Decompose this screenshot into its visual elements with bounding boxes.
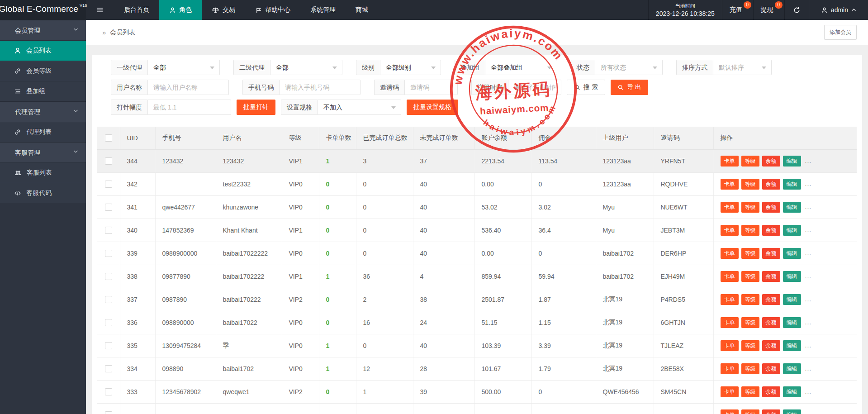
card-order-button[interactable]: 卡单 — [721, 363, 739, 374]
level-button[interactable]: 等级 — [741, 202, 759, 213]
balance-button[interactable]: 余额 — [762, 363, 780, 374]
more-actions[interactable]: ... — [805, 180, 812, 187]
withdraw-button[interactable]: 提现 0 — [753, 0, 784, 20]
edit-button[interactable]: 编辑 — [783, 156, 801, 167]
edit-button[interactable]: 编辑 — [783, 317, 801, 328]
top-menu-system[interactable]: 系统管理 — [300, 0, 346, 20]
card-order-button[interactable]: 卡单 — [721, 271, 739, 282]
edit-button[interactable]: 编辑 — [783, 271, 801, 282]
level-button[interactable]: 等级 — [741, 386, 759, 397]
more-actions[interactable]: ... — [805, 319, 812, 326]
status-select[interactable]: 所有状态 — [595, 60, 663, 75]
sidebar-item-stack-group[interactable]: 叠加组 — [0, 81, 86, 101]
more-actions[interactable]: ... — [805, 203, 812, 210]
sidebar-item-member-list[interactable]: 会员列表 — [0, 40, 86, 61]
recharge-button[interactable]: 充值 0 — [722, 0, 753, 20]
card-order-button[interactable]: 卡单 — [721, 225, 739, 236]
edit-button[interactable]: 编辑 — [783, 248, 801, 259]
edit-button[interactable]: 编辑 — [783, 225, 801, 236]
card-order-button[interactable]: 卡单 — [721, 386, 739, 397]
card-order-button[interactable]: 卡单 — [721, 317, 739, 328]
batch-inject-button[interactable]: 批量打针 — [237, 100, 275, 115]
edit-button[interactable]: 编辑 — [783, 202, 801, 213]
search-button[interactable]: 搜 索 — [567, 80, 605, 95]
balance-button[interactable]: 余额 — [762, 409, 780, 414]
balance-button[interactable]: 余额 — [762, 340, 780, 351]
card-order-button[interactable]: 卡单 — [721, 202, 739, 213]
sidebar-item-member-level[interactable]: 会员等级 — [0, 61, 86, 81]
menu-toggle-icon[interactable] — [86, 0, 114, 20]
edit-button[interactable]: 编辑 — [783, 363, 801, 374]
top-menu-mall[interactable]: 商城 — [346, 0, 378, 20]
more-actions[interactable]: ... — [805, 226, 812, 233]
agent-level2-select[interactable]: 全部 — [270, 60, 342, 75]
top-menu-dashboard[interactable]: 后台首页 — [114, 0, 159, 20]
more-actions[interactable]: ... — [805, 272, 812, 280]
sidebar-group-member[interactable]: 会员管理 — [0, 20, 86, 40]
inject-amplitude-input[interactable] — [147, 100, 231, 115]
row-checkbox[interactable] — [105, 388, 112, 395]
row-checkbox[interactable] — [105, 411, 112, 414]
top-menu-trade[interactable]: 交易 — [202, 0, 245, 20]
level-button[interactable]: 等级 — [741, 363, 759, 374]
balance-button[interactable]: 余额 — [762, 248, 780, 259]
card-order-button[interactable]: 卡单 — [721, 156, 739, 167]
balance-button[interactable]: 余额 — [762, 179, 780, 190]
more-actions[interactable]: ... — [805, 342, 812, 349]
balance-button[interactable]: 余额 — [762, 156, 780, 167]
level-button[interactable]: 等级 — [741, 179, 759, 190]
edit-button[interactable]: 编辑 — [783, 340, 801, 351]
edit-button[interactable]: 编辑 — [783, 409, 801, 414]
edit-button[interactable]: 编辑 — [783, 179, 801, 190]
level-button[interactable]: 等级 — [741, 248, 759, 259]
balance-button[interactable]: 余额 — [762, 202, 780, 213]
sidebar-item-service-code[interactable]: 客服代码 — [0, 183, 86, 203]
edit-button[interactable]: 编辑 — [783, 386, 801, 397]
balance-button[interactable]: 余额 — [762, 225, 780, 236]
balance-button[interactable]: 余额 — [762, 294, 780, 305]
row-checkbox[interactable] — [105, 157, 112, 165]
card-order-button[interactable]: 卡单 — [721, 248, 739, 259]
spec-select[interactable]: 不加入 — [318, 100, 401, 115]
level-button[interactable]: 等级 — [741, 409, 759, 414]
sidebar-item-agent-list[interactable]: 代理列表 — [0, 122, 86, 142]
sidebar-group-agent[interactable]: 代理管理 — [0, 101, 86, 122]
more-actions[interactable]: ... — [805, 388, 812, 395]
more-actions[interactable]: ... — [805, 411, 812, 414]
sidebar-item-service-list[interactable]: 客服列表 — [0, 162, 86, 183]
row-checkbox[interactable] — [105, 342, 112, 349]
sort-select[interactable]: 默认排序 — [713, 60, 772, 75]
row-checkbox[interactable] — [105, 250, 112, 257]
balance-button[interactable]: 余额 — [762, 271, 780, 282]
phone-input[interactable] — [279, 80, 360, 95]
balance-button[interactable]: 余额 — [762, 317, 780, 328]
more-actions[interactable]: ... — [805, 249, 812, 257]
level-button[interactable]: 等级 — [741, 294, 759, 305]
more-actions[interactable]: ... — [805, 365, 812, 372]
row-checkbox[interactable] — [105, 365, 112, 372]
agent-level1-select[interactable]: 全部 — [147, 60, 220, 75]
edit-button[interactable]: 编辑 — [783, 294, 801, 305]
more-actions[interactable]: ... — [805, 295, 812, 303]
balance-button[interactable]: 余额 — [762, 386, 780, 397]
card-order-button[interactable]: 卡单 — [721, 179, 739, 190]
level-button[interactable]: 等级 — [741, 225, 759, 236]
more-actions[interactable]: ... — [805, 157, 812, 164]
level-button[interactable]: 等级 — [741, 156, 759, 167]
row-checkbox[interactable] — [105, 319, 112, 326]
add-member-button[interactable]: 添加会员 — [824, 25, 857, 40]
card-order-button[interactable]: 卡单 — [721, 340, 739, 351]
invite-code-input[interactable] — [404, 80, 458, 95]
username-input[interactable] — [147, 80, 229, 95]
export-button[interactable]: 导 出 — [611, 80, 648, 95]
batch-spec-button[interactable]: 批量设置规格 — [407, 100, 458, 115]
stack-group-select[interactable]: 全部叠加组 — [485, 60, 557, 75]
top-menu-help[interactable]: 帮助中心 — [245, 0, 300, 20]
card-order-button[interactable]: 卡单 — [721, 409, 739, 414]
row-checkbox[interactable] — [105, 181, 112, 188]
row-checkbox[interactable] — [105, 227, 112, 234]
select-all-checkbox[interactable] — [105, 134, 112, 142]
sidebar-group-service[interactable]: 客服管理 — [0, 142, 86, 162]
level-button[interactable]: 等级 — [741, 340, 759, 351]
row-checkbox[interactable] — [105, 296, 112, 303]
